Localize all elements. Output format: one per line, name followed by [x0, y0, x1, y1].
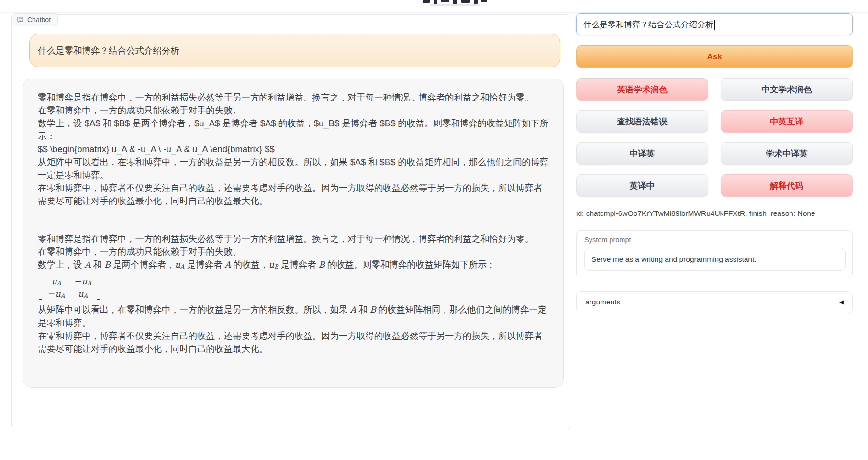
quick-action-button[interactable]: 中英互译: [721, 110, 853, 133]
header-divider: [0, 12, 868, 13]
chatbot-panel: Chatbot 什么是零和博弈？结合公式介绍分析 零和博弈是指在博弈中，一方的利…: [11, 14, 571, 430]
system-prompt-panel: System prompt Serve me as a writing and …: [576, 230, 853, 278]
arguments-accordion[interactable]: arguments ◀: [576, 291, 853, 313]
response-status-text: id: chatcmpl-6wOo7KrYTwMl89lbrMWRu4UkFFX…: [576, 209, 863, 218]
bot-message-line: 在零和博弈中，一方的成功只能依赖于对手的失败。: [38, 104, 549, 117]
bot-message-line: 从矩阵中可以看出，在零和博弈中，一方的收益是另一方的相反数。所以，如果 A 和 …: [38, 303, 549, 329]
question-input[interactable]: 什么是零和博弈？结合公式介绍分析: [576, 13, 853, 35]
system-prompt-value: Serve me as a writing and programming as…: [591, 255, 757, 264]
quick-action-button[interactable]: 中文学术润色: [721, 78, 853, 101]
bot-message-line: 数学上，设 A 和 B 是两个博弈者，uA 是博弈者 A 的收益，uB 是博弈者…: [38, 258, 549, 272]
bot-message-line: 在零和博弈中，博弈者不仅要关注自己的收益，还需要考虑对手的收益。因为一方取得的收…: [38, 329, 549, 355]
quick-action-button[interactable]: 解释代码: [721, 174, 853, 197]
bot-message-line: 从矩阵中可以看出，在零和博弈中，一方的收益是另一方的相反数。所以，如果 $A$ …: [38, 156, 549, 181]
quick-action-button[interactable]: 中译英: [576, 142, 708, 165]
quick-action-button[interactable]: 学术中译英: [721, 142, 853, 165]
user-message-text: 什么是零和博弈？结合公式介绍分析: [38, 45, 179, 56]
quick-action-button[interactable]: 英译中: [576, 174, 708, 197]
app-page: Chatbot 什么是零和博弈？结合公式介绍分析 零和博弈是指在博弈中，一方的利…: [0, 0, 868, 460]
bot-message-line: 数学上，设 $A$ 和 $B$ 是两个博弈者，$u_A$ 是博弈者 $A$ 的收…: [38, 117, 549, 143]
question-input-value: 什么是零和博弈？结合公式介绍分析: [583, 19, 713, 30]
payoff-matrix: uA−uA−uAuA: [39, 275, 100, 300]
quick-action-button[interactable]: 查找语法错误: [576, 110, 708, 133]
bot-message-line: $$ \begin{bmatrix} u_A & -u_A \ -u_A & u…: [38, 143, 549, 156]
arguments-accordion-label: arguments: [585, 298, 620, 306]
quick-action-grid: 英语学术润色中文学术润色查找语法错误中英互译中译英学术中译英英译中解释代码: [576, 78, 853, 197]
speech-bubble-icon: [17, 16, 24, 23]
bot-message-line: 在零和博弈中，一方的成功只能依赖于对手的失败。: [38, 245, 549, 258]
collapse-left-triangle-icon: ◀: [839, 299, 844, 305]
system-prompt-label: System prompt: [584, 236, 631, 244]
ask-button[interactable]: Ask: [576, 45, 853, 68]
bot-message-line: 零和博弈是指在博弈中，一方的利益损失必然等于另一方的利益增益。换言之，对于每一种…: [38, 91, 549, 104]
bot-message-line: 零和博弈是指在博弈中，一方的利益损失必然等于另一方的利益增益。换言之，对于每一种…: [38, 232, 549, 245]
text-caret: [714, 20, 715, 30]
quick-action-button[interactable]: 英语学术润色: [576, 78, 708, 101]
chatbot-tab-label: Chatbot: [27, 16, 51, 23]
page-title-underline: [430, 4, 480, 6]
chatbot-tab: Chatbot: [11, 13, 58, 26]
system-prompt-input[interactable]: Serve me as a writing and programming as…: [584, 248, 846, 271]
user-message-bubble: 什么是零和博弈？结合公式介绍分析: [29, 34, 560, 67]
bot-message-line: 在零和博弈中，博弈者不仅要关注自己的收益，还需要考虑对手的收益。因为一方取得的收…: [38, 181, 549, 207]
bot-message-bubble: 零和博弈是指在博弈中，一方的利益损失必然等于另一方的利益增益。换言之，对于每一种…: [23, 79, 564, 388]
